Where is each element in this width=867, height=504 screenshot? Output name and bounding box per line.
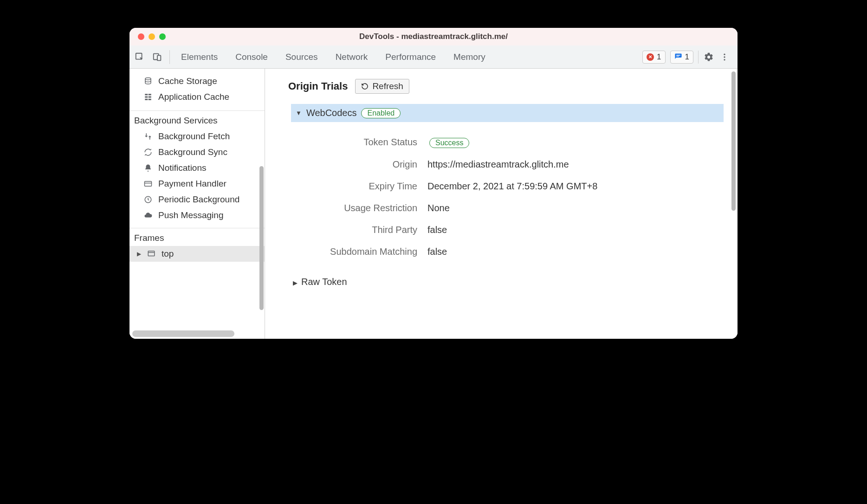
minimize-window-button[interactable]: [149, 33, 155, 40]
expand-icon: ▶: [137, 251, 141, 257]
refresh-button[interactable]: Refresh: [355, 79, 409, 94]
device-toggle-icon[interactable]: [152, 52, 163, 63]
tab-memory[interactable]: Memory: [453, 52, 485, 62]
cloud-icon: [143, 211, 153, 220]
svg-rect-13: [145, 181, 152, 187]
titlebar: DevTools - mediastreamtrack.glitch.me/: [129, 28, 738, 45]
svg-rect-11: [145, 99, 148, 100]
toolbar: Elements Console Sources Network Perform…: [129, 45, 738, 69]
tab-network[interactable]: Network: [336, 52, 368, 62]
panel-tabs: Elements Console Sources Network Perform…: [170, 52, 642, 62]
issues-count: 1: [685, 52, 689, 62]
sidebar-heading-frames: Frames: [129, 228, 265, 246]
sidebar-item-label: Background Sync: [158, 147, 227, 157]
sidebar: Cache Storage Application Cache Backgrou…: [129, 69, 265, 339]
error-count-badge[interactable]: 1: [642, 51, 665, 64]
error-count: 1: [657, 52, 661, 62]
sidebar-item-label: Payment Handler: [158, 179, 226, 189]
collapse-icon: ▼: [296, 110, 302, 116]
settings-icon[interactable]: [703, 52, 714, 63]
svg-point-5: [724, 59, 725, 60]
error-icon: [647, 53, 654, 61]
sidebar-item-label: top: [162, 249, 174, 259]
svg-rect-10: [149, 97, 151, 98]
database-icon: [143, 77, 153, 85]
close-window-button[interactable]: [138, 33, 144, 40]
sidebar-scrollbar-horizontal[interactable]: [132, 330, 234, 337]
sidebar-item-label: Background Fetch: [158, 131, 230, 142]
sidebar-item-notifications[interactable]: Notifications: [129, 160, 265, 176]
usage-restriction-value: None: [427, 203, 450, 213]
sidebar-item-label: Application Cache: [158, 92, 229, 102]
window-title: DevTools - mediastreamtrack.glitch.me/: [129, 32, 738, 41]
traffic-lights: [129, 33, 166, 40]
more-menu-icon[interactable]: [719, 52, 730, 63]
devtools-window: DevTools - mediastreamtrack.glitch.me/ E…: [129, 28, 738, 339]
main-scrollbar-vertical[interactable]: [731, 71, 736, 211]
refresh-icon: [361, 83, 369, 90]
bell-icon: [143, 164, 153, 172]
usage-restriction-label: Usage Restriction: [288, 203, 427, 213]
zoom-window-button[interactable]: [159, 33, 166, 40]
svg-rect-2: [157, 55, 161, 60]
trial-name: WebCodecs: [306, 108, 357, 118]
clock-icon: [143, 195, 153, 204]
svg-rect-8: [149, 94, 151, 95]
third-party-value: false: [427, 225, 447, 235]
expand-icon: [293, 277, 298, 287]
svg-rect-15: [148, 251, 155, 256]
sidebar-item-periodic-background[interactable]: Periodic Background: [129, 192, 265, 207]
sidebar-item-label: Cache Storage: [158, 76, 217, 86]
sync-icon: [143, 148, 153, 156]
raw-token-toggle[interactable]: Raw Token: [288, 263, 738, 287]
subdomain-matching-label: Subdomain Matching: [288, 246, 427, 257]
origin-trial-row[interactable]: ▼ WebCodecs Enabled: [291, 104, 724, 122]
svg-rect-12: [149, 99, 151, 100]
expiry-value: December 2, 2021 at 7:59:59 AM GMT+8: [427, 181, 597, 192]
tab-sources[interactable]: Sources: [285, 52, 318, 62]
sidebar-item-push-messaging[interactable]: Push Messaging: [129, 207, 265, 223]
fetch-icon: [143, 132, 153, 141]
sidebar-item-payment-handler[interactable]: Payment Handler: [129, 176, 265, 192]
subdomain-matching-value: false: [427, 246, 447, 257]
svg-rect-7: [145, 94, 148, 95]
sidebar-item-label: Periodic Background: [158, 194, 239, 205]
sidebar-item-background-fetch[interactable]: Background Fetch: [129, 129, 265, 144]
inspect-element-icon[interactable]: [134, 52, 145, 63]
trial-details: Token Status Success Origin https://medi…: [288, 122, 738, 263]
trial-status-badge: Enabled: [361, 108, 401, 118]
panel-title: Origin Trials: [288, 80, 348, 92]
sidebar-item-application-cache[interactable]: Application Cache: [129, 89, 265, 105]
grid-icon: [143, 93, 153, 101]
frame-icon: [147, 250, 156, 258]
tab-performance[interactable]: Performance: [385, 52, 436, 62]
card-icon: [143, 180, 153, 188]
sidebar-heading-background-services: Background Services: [129, 111, 265, 129]
token-status-badge: Success: [429, 138, 469, 148]
svg-rect-9: [145, 97, 148, 98]
sidebar-item-background-sync[interactable]: Background Sync: [129, 144, 265, 160]
sidebar-item-cache-storage[interactable]: Cache Storage: [129, 73, 265, 89]
origin-value: https://mediastreamtrack.glitch.me: [427, 159, 569, 170]
expiry-label: Expiry Time: [288, 181, 427, 192]
issues-icon: [674, 53, 682, 61]
sidebar-scrollbar-vertical[interactable]: [259, 166, 264, 310]
tab-elements[interactable]: Elements: [181, 52, 218, 62]
refresh-label: Refresh: [372, 81, 403, 91]
raw-token-label: Raw Token: [301, 277, 347, 287]
svg-point-3: [724, 53, 725, 55]
tab-console[interactable]: Console: [235, 52, 268, 62]
sidebar-item-label: Push Messaging: [158, 210, 223, 220]
issues-count-badge[interactable]: 1: [670, 51, 693, 64]
token-status-label: Token Status: [288, 137, 427, 148]
sidebar-item-frame-top[interactable]: ▶ top: [129, 246, 265, 262]
origin-label: Origin: [288, 159, 427, 170]
svg-point-4: [724, 56, 725, 58]
sidebar-item-label: Notifications: [158, 163, 207, 173]
main-panel: Origin Trials Refresh ▼ WebCodecs Enable…: [265, 69, 738, 339]
third-party-label: Third Party: [288, 225, 427, 235]
svg-point-6: [145, 78, 151, 80]
